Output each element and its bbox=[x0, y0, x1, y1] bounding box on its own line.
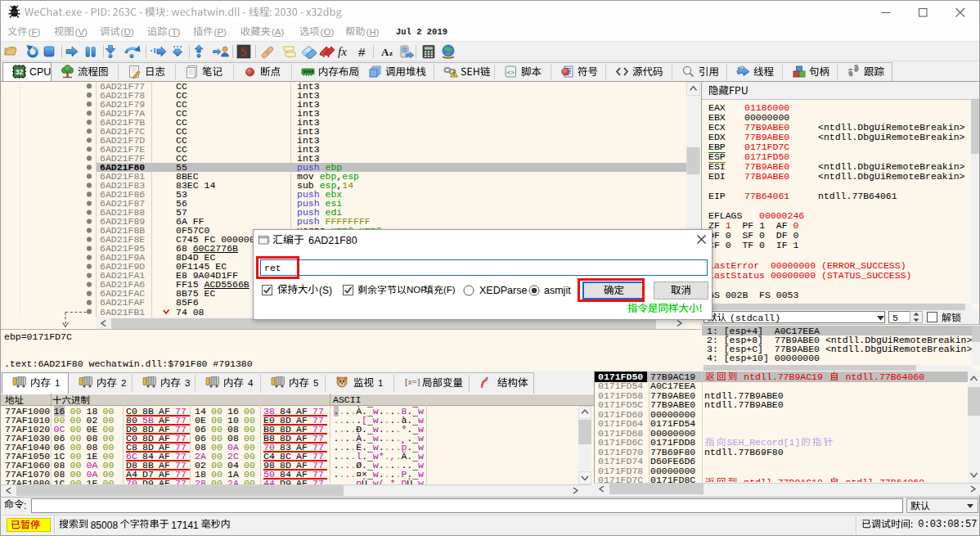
svg-text:A: A bbox=[381, 46, 389, 58]
svg-text:[x=]: [x=] bbox=[405, 376, 420, 386]
svg-text:S: S bbox=[241, 46, 247, 58]
svg-text:!: ! bbox=[453, 71, 455, 77]
svg-text:#: # bbox=[358, 45, 366, 59]
svg-text:32: 32 bbox=[16, 68, 24, 76]
svg-text:fx: fx bbox=[338, 45, 347, 58]
svg-text:z: z bbox=[389, 49, 393, 57]
svg-text:<>: <> bbox=[506, 69, 515, 76]
